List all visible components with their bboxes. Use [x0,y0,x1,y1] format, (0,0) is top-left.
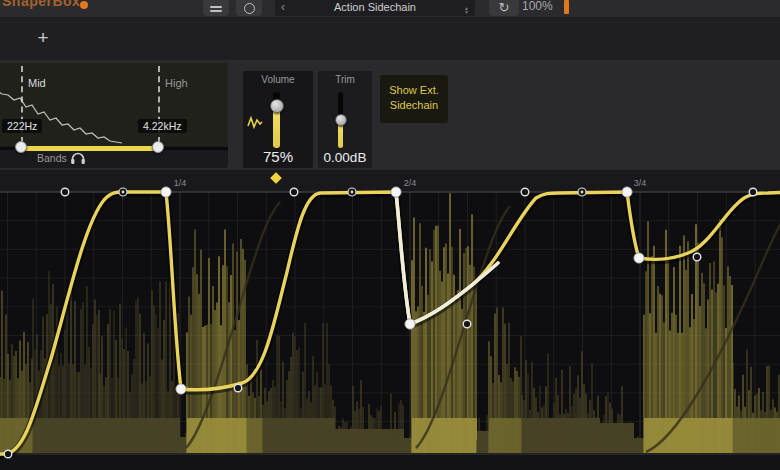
svg-text:1/4: 1/4 [174,178,187,188]
sc-button-line2: Sidechain [380,98,448,113]
wave-mode-icon[interactable] [247,115,264,130]
spectrum-curve [0,63,228,146]
shaper-tab-strip: + [0,17,780,60]
shaperbox-plugin-window: { "header": { "logo_text": "ShaperBox", … [0,0,780,470]
clock-icon [244,3,255,14]
band-range-bar[interactable] [21,146,158,151]
preset-name: Action Sidechain [334,1,416,13]
hamburger-icon [210,4,222,12]
crossover-low-value: 222Hz [2,119,42,133]
main-menu-button[interactable] [203,0,229,16]
preset-selector[interactable]: ‹ Action Sidechain ▲▼ [275,0,475,16]
control-panel-row: Mid High 222Hz 4.22kHz Bands Volume [0,60,780,170]
add-shaper-button[interactable]: + [32,25,54,51]
band-label-high[interactable]: High [165,77,188,89]
reload-preset-button[interactable]: ↻ [489,0,519,16]
show-ext-sidechain-button[interactable]: Show Ext. Sidechain [380,75,448,123]
top-bar: ShaperBox ‹ Action Sidechain ▲▼ ↻ 100% [0,0,780,17]
band-handle-low[interactable] [15,141,27,153]
zoom-level[interactable]: 100% [522,0,553,13]
bands-label: Bands [37,152,67,164]
svg-text:2/4: 2/4 [404,178,417,188]
volume-value: 75% [243,148,313,165]
volume-slider-knob[interactable] [270,99,284,113]
band-spectrum-display[interactable]: Mid High 222Hz 4.22kHz [0,63,228,146]
lfo-curve-editor[interactable]: 1/42/43/4 [0,170,780,470]
crossover-high-value: 4.22kHz [138,119,187,133]
headphones-icon[interactable] [70,151,86,165]
app-logo: ShaperBox [2,0,80,9]
reload-icon: ↻ [499,0,510,15]
orange-level-indicator [564,0,569,14]
band-handle-high[interactable] [152,141,164,153]
preset-prev-icon[interactable]: ‹ [281,0,285,14]
trim-panel: Trim 0.00dB [318,71,372,168]
preset-updown-icon[interactable]: ▲▼ [464,6,469,14]
band-panel: Mid High 222Hz 4.22kHz Bands [0,63,228,168]
volume-panel: Volume 75% [243,71,313,168]
trim-label: Trim [318,74,372,85]
logo-dot-icon [80,1,88,9]
trim-value: 0.00dB [318,150,372,165]
volume-label: Volume [243,74,313,85]
sc-button-line1: Show Ext. [380,83,448,98]
history-button[interactable] [236,0,262,16]
svg-text:3/4: 3/4 [634,178,647,188]
band-label-mid[interactable]: Mid [28,77,46,89]
trim-slider-knob[interactable] [335,114,347,126]
